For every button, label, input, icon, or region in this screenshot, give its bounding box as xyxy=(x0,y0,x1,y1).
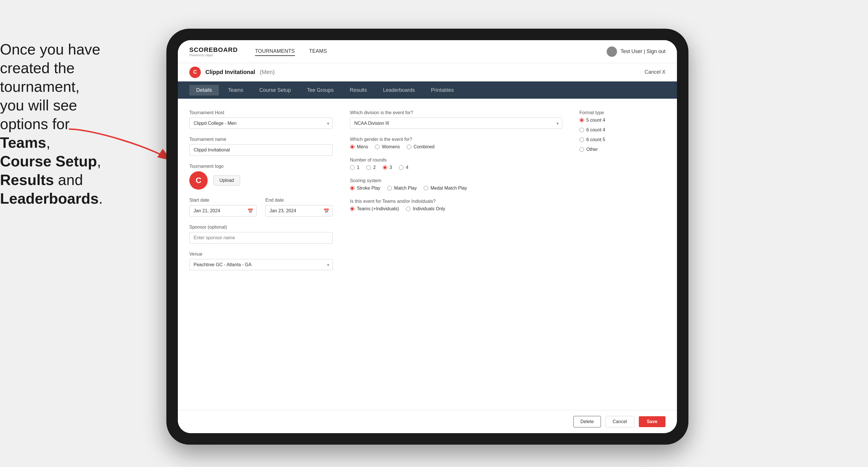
nav-teams[interactable]: TEAMS xyxy=(309,47,327,56)
gender-mens-radio[interactable] xyxy=(350,145,354,149)
text-leaderboards: Leaderboards xyxy=(0,190,99,207)
gender-combined-option[interactable]: Combined xyxy=(407,144,435,150)
gender-mens-option[interactable]: Mens xyxy=(350,144,368,150)
scoring-radio-group: Stroke Play Match Play Medal Match Play xyxy=(350,186,562,191)
rounds-2-label: 2 xyxy=(373,165,376,170)
tab-leaderboards[interactable]: Leaderboards xyxy=(376,85,422,96)
scoring-match-radio[interactable] xyxy=(387,186,392,190)
format-6count5-radio[interactable] xyxy=(580,137,584,142)
tab-teams[interactable]: Teams xyxy=(221,85,250,96)
rounds-3-radio[interactable] xyxy=(383,165,387,170)
individuals-only-radio[interactable] xyxy=(406,207,410,211)
logo-preview: C xyxy=(189,171,208,190)
tournament-gender: (Men) xyxy=(259,69,275,75)
end-date-input[interactable] xyxy=(265,205,333,217)
delete-button[interactable]: Delete xyxy=(574,416,601,428)
scoring-medal-option[interactable]: Medal Match Play xyxy=(424,186,467,191)
rounds-label: Number of rounds xyxy=(350,157,562,163)
format-5count4-option[interactable]: 5 count 4 xyxy=(580,118,605,123)
main-content: Tournament Host Clippd College - Men ▾ T… xyxy=(178,99,677,410)
gender-womens-label: Womens xyxy=(382,144,400,150)
rounds-1-option[interactable]: 1 xyxy=(350,165,360,170)
text-line1: Once you have xyxy=(0,41,100,58)
division-group: Which division is the event for? NCAA Di… xyxy=(350,110,562,129)
tournament-name-group: Tournament name xyxy=(189,137,333,156)
format-6count5-option[interactable]: 6 count 5 xyxy=(580,137,605,142)
nav-tournaments[interactable]: TOURNAMENTS xyxy=(255,47,295,56)
instructional-text: Once you have created the tournament, yo… xyxy=(0,40,132,208)
tournament-name-input[interactable] xyxy=(189,144,333,156)
teams-radio-group: Teams (+Individuals) Individuals Only xyxy=(350,206,562,211)
tournament-host-label: Tournament Host xyxy=(189,110,333,115)
date-group: Start date 📅 End date 📅 xyxy=(189,198,333,217)
end-date-wrapper: 📅 xyxy=(265,205,333,217)
venue-group: Venue Peachtree GC - Atlanta - GA ▾ xyxy=(189,252,333,270)
tab-printables[interactable]: Printables xyxy=(424,85,461,96)
format-6count4-option[interactable]: 6 count 4 xyxy=(580,127,605,132)
rounds-2-radio[interactable] xyxy=(366,165,371,170)
start-date-wrapper: 📅 xyxy=(189,205,257,217)
venue-select[interactable]: Peachtree GC - Atlanta - GA xyxy=(189,259,333,270)
logo-letter: C xyxy=(196,176,202,185)
individuals-only-label: Individuals Only xyxy=(413,206,445,211)
gender-combined-radio[interactable] xyxy=(407,145,411,149)
rounds-4-option[interactable]: 4 xyxy=(399,165,408,170)
gender-combined-label: Combined xyxy=(414,144,435,150)
upload-button[interactable]: Upload xyxy=(213,175,240,186)
middle-column: Which division is the event for? NCAA Di… xyxy=(350,110,562,399)
start-date-label: Start date xyxy=(189,198,257,203)
format-group: Format type 5 count 4 6 count 4 6 cou xyxy=(580,110,665,152)
rounds-3-option[interactable]: 3 xyxy=(383,165,392,170)
teams-plus-individuals-option[interactable]: Teams (+Individuals) xyxy=(350,206,399,211)
user-avatar xyxy=(607,46,617,57)
user-label[interactable]: Test User | Sign out xyxy=(620,49,665,55)
tournament-info: C Clippd Invitational (Men) xyxy=(189,67,275,78)
sponsor-input[interactable] xyxy=(189,232,333,244)
scoring-label: Scoring system xyxy=(350,178,562,183)
scoring-medal-radio[interactable] xyxy=(424,186,428,190)
format-other-radio[interactable] xyxy=(580,147,584,152)
scoring-stroke-option[interactable]: Stroke Play xyxy=(350,186,380,191)
tournament-host-select[interactable]: Clippd College - Men xyxy=(189,118,333,129)
nav-links: TOURNAMENTS TEAMS xyxy=(255,47,607,56)
format-5count4-radio[interactable] xyxy=(580,118,584,123)
text-line5: options for xyxy=(0,116,70,132)
cancel-button[interactable]: Cancel xyxy=(606,416,634,428)
scoring-match-option[interactable]: Match Play xyxy=(387,186,417,191)
rounds-1-radio[interactable] xyxy=(350,165,354,170)
gender-womens-option[interactable]: Womens xyxy=(375,144,400,150)
rounds-2-option[interactable]: 2 xyxy=(366,165,376,170)
format-other-label: Other xyxy=(586,147,598,152)
format-6count4-radio[interactable] xyxy=(580,128,584,132)
gender-label: Which gender is the event for? xyxy=(350,137,562,142)
rounds-4-radio[interactable] xyxy=(399,165,404,170)
end-date-label: End date xyxy=(265,198,333,203)
rounds-radio-group: 1 2 3 4 xyxy=(350,165,562,170)
tab-results[interactable]: Results xyxy=(343,85,374,96)
tablet-frame: SCOREBOARD Powered by clippd TOURNAMENTS… xyxy=(166,29,688,445)
tablet-screen: SCOREBOARD Powered by clippd TOURNAMENTS… xyxy=(178,40,677,433)
cancel-top-button[interactable]: Cancel X xyxy=(645,69,665,75)
save-button[interactable]: Save xyxy=(639,416,665,427)
tab-tee-groups[interactable]: Tee Groups xyxy=(300,85,340,96)
gender-womens-radio[interactable] xyxy=(375,145,379,149)
division-select[interactable]: NCAA Division III xyxy=(350,118,562,129)
teams-plus-individuals-radio[interactable] xyxy=(350,207,354,211)
text-results: Results xyxy=(0,172,54,188)
tab-details[interactable]: Details xyxy=(189,85,219,96)
format-6count5-label: 6 count 5 xyxy=(586,137,605,142)
start-date-input[interactable] xyxy=(189,205,257,217)
division-label: Which division is the event for? xyxy=(350,110,562,115)
footer-bar: Delete Cancel Save xyxy=(178,410,677,433)
format-other-option[interactable]: Other xyxy=(580,147,598,152)
venue-select-wrapper: Peachtree GC - Atlanta - GA ▾ xyxy=(189,259,333,270)
rounds-3-label: 3 xyxy=(390,165,392,170)
app-header: SCOREBOARD Powered by clippd TOURNAMENTS… xyxy=(178,40,677,63)
individuals-only-option[interactable]: Individuals Only xyxy=(406,206,445,211)
format-5count4-label: 5 count 4 xyxy=(586,118,605,123)
start-date-group: Start date 📅 xyxy=(189,198,257,217)
scoring-stroke-radio[interactable] xyxy=(350,186,354,190)
end-date-calendar-icon: 📅 xyxy=(323,208,329,214)
tab-course-setup[interactable]: Course Setup xyxy=(252,85,298,96)
gender-group: Which gender is the event for? Mens Wome… xyxy=(350,137,562,150)
